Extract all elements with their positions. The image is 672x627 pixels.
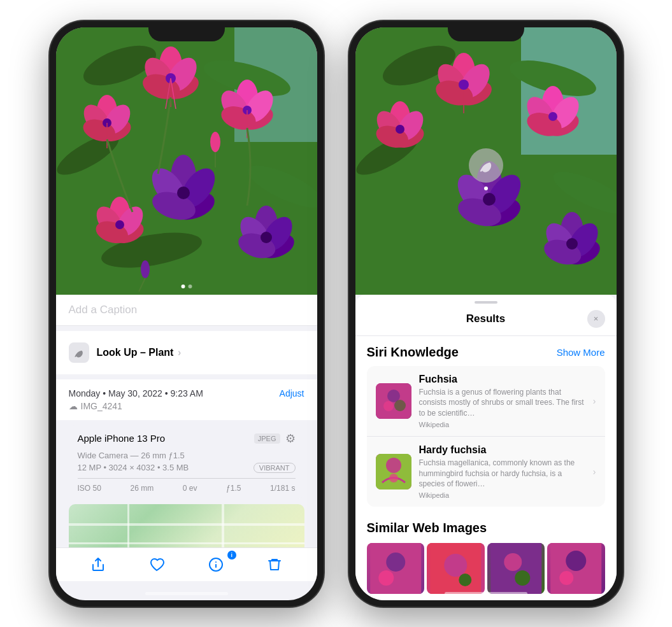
photo-date: Monday • May 30, 2022 • 9:23 AM [69, 388, 203, 398]
close-icon: × [594, 314, 599, 323]
home-indicator-right [445, 592, 527, 595]
svg-point-89 [566, 238, 578, 250]
hardy-thumb [376, 454, 411, 490]
right-phone: Results × Siri Knowledge Show More [349, 21, 623, 607]
svg-point-102 [459, 574, 471, 586]
leaf-icon-container [69, 342, 89, 363]
results-title: Results [385, 313, 587, 325]
svg-point-108 [559, 571, 573, 585]
exif-aperture: ƒ1.5 [226, 484, 241, 493]
svg-point-98 [386, 553, 405, 572]
adjust-button[interactable]: Adjust [280, 388, 304, 398]
settings-icon[interactable]: ⚙ [285, 432, 296, 446]
dot-2 [188, 285, 192, 288]
divider-1 [56, 326, 317, 331]
svg-point-50 [141, 260, 150, 278]
lookup-chevron: › [178, 347, 181, 358]
svg-point-47 [261, 232, 272, 243]
notch-right [448, 21, 524, 41]
device-name: Apple iPhone 13 Pro [78, 433, 166, 444]
knowledge-item-fuchsia[interactable]: Fuchsia Fuchsia is a genus of flowering … [367, 366, 605, 437]
svg-point-96 [389, 474, 398, 483]
svg-point-64 [459, 80, 469, 90]
photo-dots [181, 285, 192, 288]
similar-img-2[interactable] [427, 543, 485, 594]
hardy-name: Hardy fuchsia [419, 444, 585, 456]
fuchsia-name: Fuchsia [419, 374, 585, 385]
svg-point-105 [515, 570, 530, 586]
svg-point-41 [115, 220, 124, 229]
file-info-row: 12 MP • 3024 × 4032 • 3.5 MB VIBRANT [78, 463, 296, 473]
exif-ev: 0 ev [183, 484, 197, 493]
show-more-button[interactable]: Show More [557, 347, 605, 358]
exif-shutter: 1/181 s [270, 484, 295, 493]
cloud-icon: ☁ [69, 401, 78, 411]
file-info: 12 MP • 3024 × 4032 • 3.5 MB [78, 463, 189, 472]
svg-point-77 [548, 112, 557, 121]
fuchsia-source: Wikipedia [419, 421, 585, 428]
bottom-toolbar: i [56, 547, 317, 581]
similar-img-4[interactable] [547, 543, 605, 594]
hardy-source: Wikipedia [419, 491, 585, 499]
left-screen: Add a Caption Look Up – Plant › [56, 27, 317, 600]
exif-focal: 26 mm [130, 484, 154, 493]
knowledge-item-hardy[interactable]: Hardy fuchsia Fuchsia magellanica, commo… [367, 437, 605, 507]
svg-point-95 [386, 458, 401, 473]
device-badges: JPEG ⚙ [254, 432, 296, 446]
fuchsia-thumb [376, 383, 411, 419]
svg-point-48 [210, 132, 220, 152]
svg-point-35 [177, 187, 190, 199]
camera-info: Wide Camera — 26 mm ƒ1.5 [78, 451, 296, 460]
map-road-h2 [69, 542, 304, 544]
info-button[interactable]: i [198, 553, 234, 576]
svg-point-107 [566, 551, 586, 571]
results-panel: Results × Siri Knowledge Show More [355, 295, 617, 600]
svg-point-83 [483, 193, 496, 206]
right-screen: Results × Siri Knowledge Show More [355, 27, 617, 600]
info-badge-label: i [231, 552, 232, 558]
close-button[interactable]: × [587, 310, 605, 328]
similar-img-1[interactable] [367, 543, 425, 594]
photo-area[interactable] [56, 27, 317, 295]
left-phone: Add a Caption Look Up – Plant › [50, 21, 324, 607]
caption-area[interactable]: Add a Caption [56, 295, 317, 326]
delete-button[interactable] [257, 553, 292, 576]
like-button[interactable] [139, 553, 175, 576]
device-row: Apple iPhone 13 Pro JPEG ⚙ [78, 432, 296, 446]
lookup-row[interactable]: Look Up – Plant › [69, 340, 304, 365]
dot-1 [181, 285, 185, 288]
vibrant-badge: VIBRANT [254, 463, 296, 473]
exif-iso: ISO 50 [78, 484, 101, 493]
vs-dot [484, 187, 488, 190]
caption-placeholder[interactable]: Add a Caption [69, 304, 138, 316]
visual-search-button[interactable] [469, 148, 503, 183]
filename: IMG_4241 [81, 401, 122, 411]
lookup-rest: – Plant [140, 347, 173, 358]
similar-img-3[interactable] [487, 543, 545, 594]
lookup-label[interactable]: Look Up – Plant › [97, 347, 182, 358]
date-row: Monday • May 30, 2022 • 9:23 AM Adjust [69, 388, 304, 398]
lookup-section[interactable]: Look Up – Plant › [56, 331, 317, 374]
filename-row: ☁ IMG_4241 [69, 401, 304, 411]
map-road-h1 [69, 523, 304, 526]
device-section: Apple iPhone 13 Pro JPEG ⚙ Wide Camera —… [69, 425, 304, 499]
info-badge: i [227, 551, 236, 560]
svg-point-71 [396, 125, 404, 134]
knowledge-card: Fuchsia Fuchsia is a genus of flowering … [367, 366, 605, 507]
similar-images [367, 543, 605, 594]
fuchsia-chevron: › [593, 396, 596, 406]
similar-section: Similar Web Images [355, 512, 617, 600]
fuchsia-desc: Fuchsia is a genus of flowering plants t… [419, 387, 585, 419]
svg-point-99 [378, 570, 394, 586]
exif-row: ISO 50 26 mm 0 ev ƒ1.5 1/181 s [78, 478, 296, 493]
svg-point-93 [394, 400, 406, 411]
similar-title: Similar Web Images [367, 521, 605, 535]
meta-section: Monday • May 30, 2022 • 9:23 AM Adjust ☁… [56, 379, 317, 420]
hardy-chevron: › [593, 467, 596, 477]
lookup-bold: Look Up [97, 347, 138, 358]
svg-point-104 [504, 553, 522, 571]
photo-area-right[interactable] [355, 27, 617, 295]
notch [148, 21, 225, 41]
svg-point-92 [383, 401, 394, 411]
share-button[interactable] [80, 553, 116, 576]
